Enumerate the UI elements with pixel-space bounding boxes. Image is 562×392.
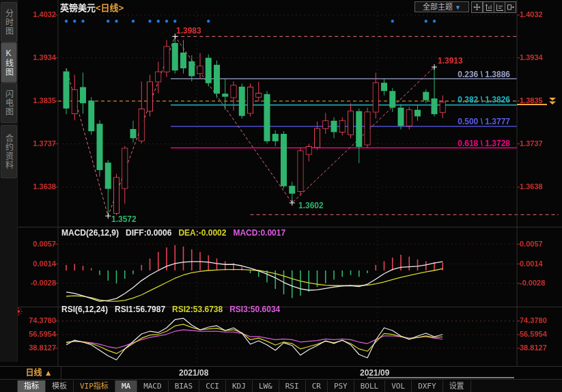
macd-header: MACD(26,12,9)DIFF:0.0006DEA:-0.0002MACD:… <box>61 228 292 238</box>
price-axis-label: 1.3737 <box>16 139 56 148</box>
fib-level-label-500: 0.500 \ 1.3777 <box>458 117 510 126</box>
toolbar-spacer <box>0 380 18 392</box>
macd-value: MACD:0.0017 <box>233 228 285 238</box>
sidebar-item-kline-chart[interactable]: K线图 <box>1 42 17 83</box>
date-label-sep: 2021/09 <box>360 368 389 378</box>
macd-axis-label: -0.0028 <box>16 279 56 288</box>
rsi-axis-label: 74.3780 <box>520 316 561 325</box>
rsi2-value: RSI2:53.6738 <box>172 305 223 314</box>
macd-axis-label: 0.0057 <box>16 240 56 249</box>
period-selector[interactable]: 日线 ▲ <box>17 367 61 379</box>
rsi1-value: RSI1:56.7987 <box>115 305 165 314</box>
chart-title: 英镑美元<日线> <box>60 1 124 14</box>
peak-price-label: 1.3983 <box>176 26 201 36</box>
tab-settings[interactable]: 设置 <box>443 380 471 392</box>
tab-bias[interactable]: BIAS <box>169 380 200 392</box>
date-label-aug: 2021/08 <box>179 368 208 378</box>
tab-indicator[interactable]: 指标 <box>18 380 46 392</box>
fib-level-label-382: 0.382 \ 1.3826 <box>458 95 510 104</box>
tab-macd[interactable]: MACD <box>137 380 169 392</box>
x-axis-scale-icon[interactable] <box>494 1 505 13</box>
theme-dropdown-label: 全部主题 <box>423 3 453 11</box>
chart-canvas[interactable] <box>0 0 562 392</box>
price-axis-label: 1.4032 <box>16 10 56 19</box>
tab-lw[interactable]: LW& <box>253 380 279 392</box>
timeframe-label: <日线> <box>96 3 124 13</box>
indicator-toolbar: 指标 模板 VIP指标 MA MACD BIAS CCI KDJ LW& RSI… <box>0 380 562 392</box>
rsi-axis-label: 74.3780 <box>16 316 56 325</box>
rsi3-value: RSI3:50.6034 <box>229 305 280 314</box>
price-axis-label: 1.4032 <box>520 10 561 19</box>
move-crosshair-icon[interactable] <box>471 1 483 13</box>
tab-kdj[interactable]: KDJ <box>226 380 253 392</box>
current-price-marker-icon <box>548 97 557 105</box>
rsi-header: RSI(6,12,24)RSI1:56.7987RSI2:53.6738RSI3… <box>61 305 287 314</box>
tab-vip-indicator[interactable]: VIP指标 <box>74 380 115 392</box>
tab-cci[interactable]: CCI <box>199 380 226 392</box>
current-price-underline <box>517 104 547 105</box>
tab-boll[interactable]: BOLL <box>354 380 386 392</box>
theme-dropdown[interactable]: 全部主题 ▼ <box>415 1 469 12</box>
trading-terminal: { "app": {"title": "英镑美元", "period_suffi… <box>0 0 562 392</box>
macd-axis-label: -0.0028 <box>520 279 561 288</box>
price-axis-label: 1.3638 <box>520 182 561 191</box>
tab-psy[interactable]: PSY <box>328 380 354 392</box>
price-axis-label: 1.3835 <box>16 96 56 105</box>
period-label: 日线 <box>25 368 42 378</box>
low-price-label: 1.3572 <box>111 214 137 224</box>
rsi-title: RSI(6,12,24) <box>61 305 108 314</box>
sidebar-item-time-chart[interactable]: 分时图 <box>1 2 17 42</box>
rsi-axis-label: 56.5954 <box>520 330 561 339</box>
macd-title: MACD(26,12,9) <box>61 228 119 238</box>
price-axis-label: 1.3934 <box>520 53 561 62</box>
y-axis-scale-icon[interactable] <box>483 1 494 13</box>
rsi-axis-label: 38.8127 <box>520 344 561 352</box>
tab-cr[interactable]: CR <box>306 380 328 392</box>
horizontal-scrollbar[interactable] <box>367 377 514 378</box>
dea-value: DEA:-0.0002 <box>178 228 226 238</box>
tab-dxfy[interactable]: DXFY <box>412 380 443 392</box>
triangle-up-icon: ▲ <box>44 368 53 378</box>
tab-ma[interactable]: MA <box>115 380 137 392</box>
macd-axis-label: 0.0014 <box>16 260 56 268</box>
symbol-name: 英镑美元 <box>60 3 96 13</box>
swing-high-label: 1.3913 <box>438 56 463 66</box>
price-axis-label: 1.3737 <box>520 139 561 148</box>
tab-vol[interactable]: VOL <box>385 380 412 392</box>
diff-value: DIFF:0.0006 <box>126 228 171 238</box>
rsi-axis-label: 56.5954 <box>16 330 56 339</box>
fib-level-label-236: 0.236 \ 1.3886 <box>458 70 510 79</box>
price-axis-label: 1.3934 <box>16 53 56 62</box>
sidebar-item-contract-info[interactable]: 合约资料 <box>1 125 17 178</box>
macd-axis-label: 0.0057 <box>520 240 561 249</box>
fib-level-label-618: 0.618 \ 1.3728 <box>458 139 510 148</box>
price-axis-label: 1.3638 <box>16 182 56 191</box>
left-sidebar: 分时图 K线图 闪电图 合约资料 <box>0 0 18 362</box>
chevron-down-icon: ▼ <box>455 4 461 11</box>
low2-price-label: 1.3602 <box>298 201 324 210</box>
sidebar-item-flash-chart[interactable]: 闪电图 <box>1 83 17 123</box>
rsi-axis-label: 38.8127 <box>16 344 56 352</box>
tab-template[interactable]: 模板 <box>46 380 74 392</box>
tab-rsi[interactable]: RSI <box>279 380 306 392</box>
exit-chart-icon[interactable] <box>505 1 516 13</box>
macd-axis-label: 0.0014 <box>520 260 561 268</box>
